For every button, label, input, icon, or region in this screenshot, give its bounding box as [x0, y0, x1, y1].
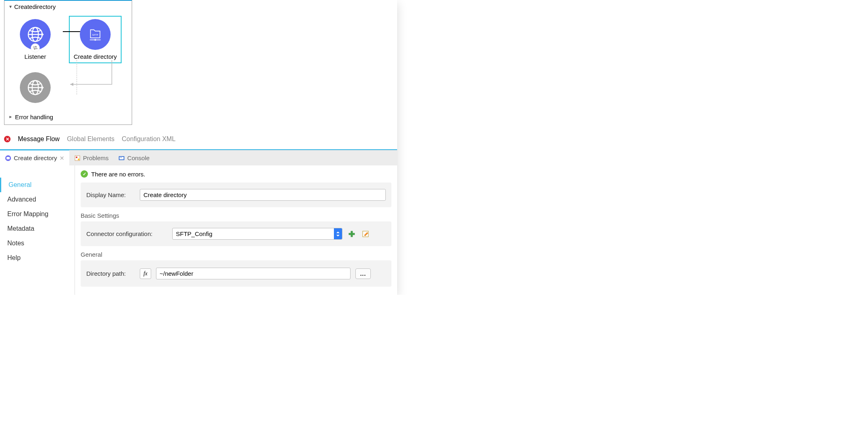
listener-node-icon [20, 19, 51, 50]
globe-grey-icon [26, 78, 45, 97]
tab-message-flow[interactable]: Message Flow [18, 135, 60, 143]
properties-side-nav: General Advanced Error Mapping Metadata … [0, 165, 75, 295]
connector-config-label: Connector configuration: [86, 230, 167, 237]
view-tab-label: Problems [83, 154, 109, 161]
tab-global-elements[interactable]: Global Elements [67, 135, 114, 143]
dashed-divider [77, 60, 77, 94]
create-directory-node[interactable]: SFTP Create directory [67, 16, 124, 63]
create-directory-node-label: Create directory [74, 53, 117, 60]
fx-button[interactable]: fx [140, 268, 151, 279]
svg-marker-7 [70, 83, 73, 86]
svg-point-6 [94, 39, 96, 41]
select-arrows-icon[interactable] [334, 228, 342, 239]
svg-rect-16 [78, 159, 79, 160]
browse-button[interactable]: ... [355, 268, 371, 279]
svg-marker-3 [41, 32, 44, 37]
error-handling-section[interactable]: ▼ Error handling [4, 110, 132, 124]
side-nav-error-mapping[interactable]: Error Mapping [0, 207, 75, 221]
exchange-badge-icon [31, 43, 40, 52]
editor-tabs: ✕ Message Flow Global Elements Configura… [0, 129, 397, 149]
display-name-input[interactable] [140, 189, 386, 201]
globe-icon [26, 25, 45, 44]
flow-canvas: ▼ Createdirectory [0, 0, 397, 129]
directory-path-input[interactable] [156, 268, 351, 279]
svg-rect-21 [349, 233, 355, 235]
component-icon [5, 155, 11, 161]
connector-config-select[interactable]: SFTP_Config [172, 228, 342, 240]
general-section-title: General [81, 251, 391, 258]
view-tab-label: Console [127, 154, 150, 161]
console-icon [118, 155, 125, 161]
side-nav-notes[interactable]: Notes [0, 236, 75, 251]
side-nav-metadata[interactable]: Metadata [0, 221, 75, 236]
svg-rect-13 [6, 157, 10, 159]
response-row [4, 67, 132, 110]
connector-config-value: SFTP_Config [173, 228, 334, 239]
panel-body: General Advanced Error Mapping Metadata … [0, 165, 397, 295]
flow-container: ▼ Createdirectory [4, 0, 132, 125]
response-node[interactable] [7, 69, 64, 106]
close-icon[interactable]: ✕ [60, 155, 64, 161]
sftp-icon: SFTP [87, 26, 103, 43]
svg-text:SFTP: SFTP [92, 34, 98, 36]
properties-form: ✓ There are no errors. Display Name: Bas… [75, 165, 397, 295]
flow-nodes-row: Listener SFTP Create dir [4, 12, 132, 67]
check-icon: ✓ [81, 170, 88, 178]
plus-icon [348, 230, 355, 238]
view-tab-label: Create directory [14, 154, 57, 161]
view-tabs-row: Create directory ✕ Problems Console [0, 150, 397, 165]
svg-point-15 [76, 157, 77, 158]
edit-config-button[interactable] [361, 230, 370, 238]
view-tab-console[interactable]: Console [113, 150, 154, 165]
create-directory-node-icon: SFTP [80, 19, 111, 50]
error-indicator-icon[interactable]: ✕ [4, 136, 11, 142]
side-nav-advanced[interactable]: Advanced [0, 192, 75, 207]
tab-configuration-xml[interactable]: Configuration XML [122, 135, 176, 143]
properties-panel: Create directory ✕ Problems Console [0, 149, 397, 295]
add-config-button[interactable] [347, 230, 356, 238]
listener-node[interactable]: Listener [7, 16, 64, 63]
flow-header[interactable]: ▼ Createdirectory [4, 1, 132, 12]
display-name-label: Display Name: [86, 191, 135, 198]
status-row: ✓ There are no errors. [81, 170, 391, 178]
display-name-group: Display Name: [81, 182, 391, 207]
general-section: General Directory path: fx ... [81, 251, 391, 287]
app-window: ▼ Createdirectory [0, 0, 397, 295]
listener-node-label: Listener [24, 53, 46, 60]
expand-triangle-icon[interactable]: ▼ [8, 115, 13, 119]
error-handling-label: Error handling [15, 114, 53, 120]
basic-settings-title: Basic Settings [81, 212, 391, 219]
status-text: There are no errors. [91, 171, 145, 178]
svg-marker-11 [41, 85, 44, 90]
view-tab-create-directory[interactable]: Create directory ✕ [0, 150, 69, 165]
side-nav-help[interactable]: Help [0, 251, 75, 265]
problems-icon [74, 155, 81, 161]
basic-settings-section: Basic Settings Connector configuration: … [81, 212, 391, 246]
view-tab-problems[interactable]: Problems [69, 150, 113, 165]
flow-title: Createdirectory [14, 3, 56, 10]
edit-icon [362, 230, 369, 238]
svg-rect-18 [120, 157, 124, 159]
collapse-triangle-icon[interactable]: ▼ [9, 4, 13, 9]
response-node-icon [20, 72, 51, 103]
side-nav-general[interactable]: General [0, 178, 75, 192]
directory-path-label: Directory path: [86, 270, 135, 277]
